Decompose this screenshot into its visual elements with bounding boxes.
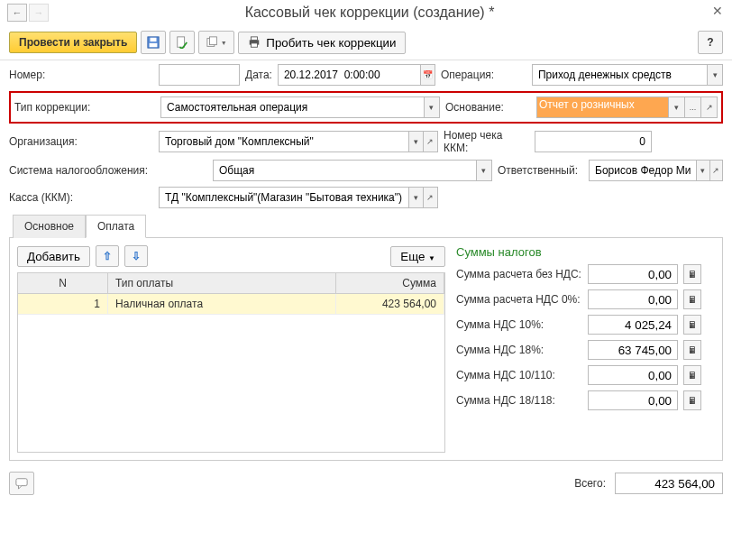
calc-button-5[interactable]: 🖩 xyxy=(683,390,701,410)
responsible-label: Ответственный: xyxy=(498,164,583,177)
cell-n: 1 xyxy=(18,294,108,314)
print-correction-label: Пробить чек коррекции xyxy=(266,36,396,50)
date-input[interactable] xyxy=(279,65,420,85)
tax-input-4[interactable] xyxy=(588,365,678,385)
document-check-icon xyxy=(176,36,188,49)
correction-type-input[interactable] xyxy=(161,97,424,117)
tax-label-5: Сумма НДС 18/118: xyxy=(456,394,582,407)
calc-button-1[interactable]: 🖩 xyxy=(683,289,701,309)
organization-label: Организация: xyxy=(9,135,153,148)
tab-payment[interactable]: Оплата xyxy=(86,215,146,238)
taxes-title: Суммы налогов xyxy=(456,245,715,259)
add-row-button[interactable]: Добавить xyxy=(17,246,90,267)
receipt-number-label: Номер чека ККМ: xyxy=(444,129,529,154)
operation-input[interactable] xyxy=(533,65,708,85)
calc-button-4[interactable]: 🖩 xyxy=(683,365,701,385)
col-n[interactable]: N xyxy=(18,273,108,293)
tax-input-5[interactable] xyxy=(588,390,678,410)
correction-type-label: Тип коррекции: xyxy=(14,101,155,114)
move-down-button[interactable]: ⇩ xyxy=(124,245,148,267)
tax-input-2[interactable] xyxy=(588,315,678,335)
calc-button-0[interactable]: 🖩 xyxy=(683,264,701,284)
svg-rect-2 xyxy=(151,38,157,41)
col-sum[interactable]: Сумма xyxy=(336,273,444,293)
basis-input[interactable]: Отчет о розничных xyxy=(537,97,668,117)
basis-label: Основание: xyxy=(445,101,531,114)
nav-forward-button[interactable]: → xyxy=(29,4,49,22)
svg-rect-7 xyxy=(252,37,258,41)
diskette-icon xyxy=(147,36,160,49)
tax-label-4: Сумма НДС 10/110: xyxy=(456,369,582,381)
print-correction-button[interactable]: Пробить чек коррекции xyxy=(238,32,406,54)
more-button[interactable]: Еще ▼ xyxy=(390,246,445,267)
stack-icon xyxy=(206,36,219,49)
window-title: Кассовый чек коррекции (создание) * xyxy=(50,5,725,21)
tax-input-1[interactable] xyxy=(588,289,678,309)
kkm-dropdown[interactable]: ▾ xyxy=(408,188,423,207)
total-value[interactable] xyxy=(615,473,723,494)
responsible-input[interactable] xyxy=(590,161,696,180)
responsible-open[interactable]: ↗ xyxy=(709,161,722,180)
tab-main[interactable]: Основное xyxy=(13,215,86,238)
organization-dropdown[interactable]: ▾ xyxy=(408,132,423,151)
cell-type: Наличная оплата xyxy=(108,294,336,314)
payment-table: N Тип оплаты Сумма 1 Наличная оплата 423… xyxy=(17,272,445,453)
kkm-input[interactable] xyxy=(160,188,408,207)
basis-open[interactable]: ↗ xyxy=(700,97,717,117)
close-icon[interactable]: ✕ xyxy=(712,4,723,18)
svg-rect-5 xyxy=(209,37,216,45)
kkm-open[interactable]: ↗ xyxy=(423,188,437,207)
tax-label-0: Сумма расчета без НДС: xyxy=(456,268,582,280)
tax-input-0[interactable] xyxy=(588,264,678,284)
tax-label-3: Сумма НДС 18%: xyxy=(456,344,582,356)
basis-select[interactable]: ... xyxy=(684,97,700,117)
calc-button-3[interactable]: 🖩 xyxy=(683,340,701,360)
tax-label-1: Сумма расчета НДС 0%: xyxy=(456,293,582,306)
tax-label-2: Сумма НДС 10%: xyxy=(456,318,582,331)
calc-button-2[interactable]: 🖩 xyxy=(683,315,701,335)
table-row[interactable]: 1 Наличная оплата 423 564,00 xyxy=(18,294,444,315)
printer-icon xyxy=(248,36,261,49)
correction-type-dropdown[interactable]: ▾ xyxy=(424,97,439,117)
post-button[interactable] xyxy=(169,31,195,54)
correction-type-row: Тип коррекции: ▾ Основание: Отчет о розн… xyxy=(9,91,723,124)
nav-back-button[interactable]: ← xyxy=(7,4,27,22)
organization-open[interactable]: ↗ xyxy=(423,132,437,151)
date-label: Дата: xyxy=(245,69,272,81)
total-label: Всего: xyxy=(574,477,606,490)
number-input[interactable] xyxy=(160,65,239,85)
organization-input[interactable] xyxy=(160,132,408,151)
col-type[interactable]: Тип оплаты xyxy=(108,273,336,293)
basis-dropdown[interactable]: ▾ xyxy=(668,97,684,117)
calendar-icon[interactable]: 📅 xyxy=(420,65,435,85)
tax-system-label: Система налогообложения: xyxy=(9,164,153,177)
receipt-number-input[interactable] xyxy=(535,132,651,151)
kkm-label: Касса (ККМ): xyxy=(9,191,153,204)
svg-rect-1 xyxy=(150,43,158,47)
comment-button[interactable] xyxy=(9,472,34,495)
tax-system-input[interactable] xyxy=(214,161,476,180)
related-button[interactable]: ▼ xyxy=(198,31,234,54)
help-button[interactable]: ? xyxy=(698,31,723,54)
svg-rect-9 xyxy=(16,479,27,486)
cell-sum: 423 564,00 xyxy=(336,294,444,314)
chevron-down-icon: ▼ xyxy=(221,40,227,46)
tax-system-dropdown[interactable]: ▾ xyxy=(476,161,491,180)
svg-rect-3 xyxy=(178,37,185,47)
post-and-close-button[interactable]: Провести и закрыть xyxy=(9,32,137,53)
responsible-dropdown[interactable]: ▾ xyxy=(696,161,709,180)
move-up-button[interactable]: ⇧ xyxy=(96,245,119,267)
svg-rect-8 xyxy=(252,43,258,47)
operation-dropdown[interactable]: ▾ xyxy=(707,65,722,85)
chat-icon xyxy=(15,477,28,490)
operation-label: Операция: xyxy=(441,69,526,81)
tax-input-3[interactable] xyxy=(588,340,678,360)
save-button[interactable] xyxy=(141,31,166,54)
number-label: Номер: xyxy=(9,69,153,81)
